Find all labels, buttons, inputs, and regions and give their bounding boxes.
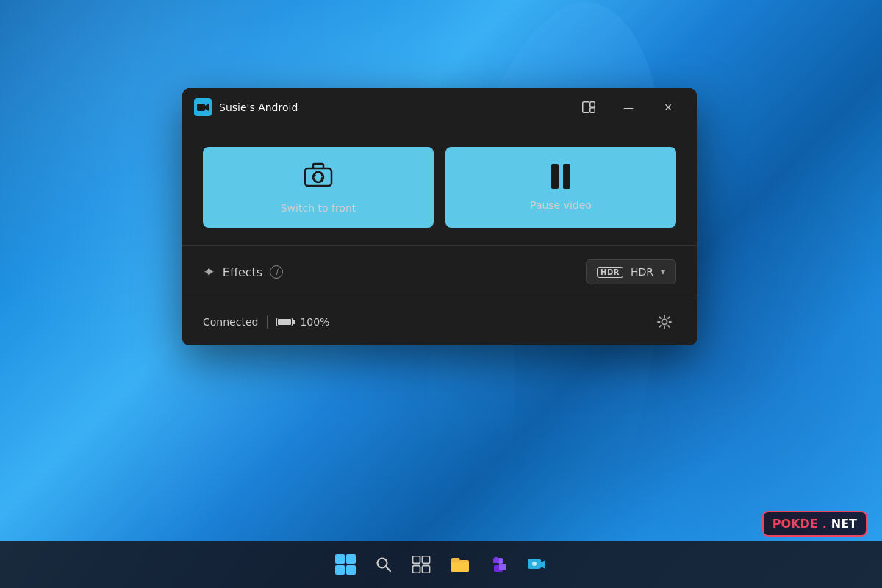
svg-rect-15 xyxy=(423,566,430,573)
battery-tip xyxy=(293,320,295,324)
battery-percentage: 100% xyxy=(300,316,329,328)
svg-rect-13 xyxy=(423,556,430,564)
battery-indicator: 100% xyxy=(276,316,329,328)
battery-fill xyxy=(278,319,291,325)
minimize-button[interactable]: — xyxy=(612,96,645,119)
title-bar-left: Susie's Android xyxy=(194,98,572,116)
pokde-net: NET xyxy=(831,517,857,531)
phone-link-icon xyxy=(527,556,546,573)
svg-rect-14 xyxy=(413,566,420,573)
svg-rect-2 xyxy=(583,102,589,113)
window-title: Susie's Android xyxy=(219,101,298,113)
svg-marker-1 xyxy=(205,104,209,111)
watermark: POKDE . NET xyxy=(762,511,867,537)
app-icon xyxy=(194,98,212,116)
svg-point-23 xyxy=(532,562,537,566)
hdr-dropdown[interactable]: HDR HDR ▾ xyxy=(586,259,676,284)
switch-to-front-button[interactable]: Switch to front xyxy=(203,147,434,228)
teams-icon xyxy=(489,556,508,573)
svg-rect-5 xyxy=(305,168,331,186)
file-explorer-icon xyxy=(450,556,470,573)
taskbar-item-phonelink[interactable] xyxy=(519,547,554,582)
pokde-text: POKDE xyxy=(772,517,818,531)
svg-rect-0 xyxy=(197,104,205,111)
window-content: Switch to front Pause video ✦ Effects i xyxy=(182,126,697,298)
settings-button[interactable] xyxy=(653,310,676,334)
pokde-badge: POKDE . NET xyxy=(762,511,867,537)
app-window: Susie's Android — ✕ xyxy=(182,88,697,345)
switch-to-front-label: Switch to front xyxy=(281,202,356,214)
switch-camera-icon xyxy=(302,161,334,192)
taskbar-item-search[interactable] xyxy=(366,547,401,582)
status-bar: Connected 100% xyxy=(182,298,697,345)
taskbar-item-explorer[interactable] xyxy=(442,547,478,582)
taskbar-item-taskview[interactable] xyxy=(404,547,440,582)
effects-left: ✦ Effects i xyxy=(203,263,586,281)
svg-line-11 xyxy=(386,567,390,571)
svg-rect-12 xyxy=(413,556,420,564)
snap-layout-button[interactable] xyxy=(572,96,606,119)
taskbar-item-teams[interactable] xyxy=(481,547,516,582)
pause-icon xyxy=(551,164,570,189)
title-bar-controls: — ✕ xyxy=(572,96,685,119)
battery-body xyxy=(276,318,293,326)
effects-row: ✦ Effects i HDR HDR ▾ xyxy=(203,246,676,298)
hdr-label: HDR xyxy=(631,266,653,278)
svg-rect-20 xyxy=(499,564,506,570)
close-button[interactable]: ✕ xyxy=(651,96,685,119)
windows-logo-icon xyxy=(335,554,356,575)
action-buttons-row: Switch to front Pause video xyxy=(203,147,676,228)
title-bar: Susie's Android — ✕ xyxy=(182,88,697,126)
effects-label: Effects xyxy=(223,265,262,279)
svg-rect-4 xyxy=(590,108,595,113)
pause-video-button[interactable]: Pause video xyxy=(445,147,676,228)
svg-point-9 xyxy=(662,320,667,325)
task-view-icon xyxy=(412,556,431,573)
search-icon xyxy=(375,556,392,573)
status-divider xyxy=(267,315,268,329)
taskbar-item-start[interactable] xyxy=(328,547,363,582)
pokde-dot: . xyxy=(822,517,827,531)
sparkle-icon: ✦ xyxy=(203,263,215,281)
effects-info-button[interactable]: i xyxy=(270,265,283,279)
svg-marker-22 xyxy=(541,560,545,569)
battery-icon xyxy=(276,318,295,326)
svg-rect-3 xyxy=(590,102,595,107)
taskbar xyxy=(0,541,882,588)
svg-point-18 xyxy=(493,557,499,563)
hdr-badge: HDR xyxy=(597,267,623,278)
connection-status: Connected xyxy=(203,316,258,328)
status-left: Connected 100% xyxy=(203,315,653,329)
pause-video-label: Pause video xyxy=(530,199,592,211)
chevron-down-icon: ▾ xyxy=(661,267,665,277)
